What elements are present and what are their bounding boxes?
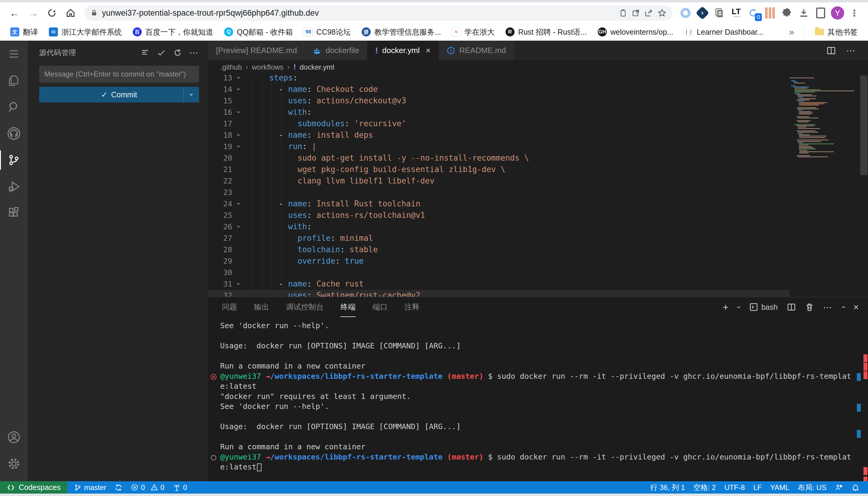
- code-line[interactable]: 25 uses: actions-rs/toolchain@v1: [208, 210, 790, 221]
- source-control-icon[interactable]: [0, 147, 28, 173]
- terminal-dropdown-chevron[interactable]: ›: [734, 306, 744, 309]
- tab-sync-icon[interactable]: 0: [746, 6, 760, 20]
- close-tab-icon[interactable]: ×: [426, 46, 431, 56]
- panel-tab-调试控制台[interactable]: 调试控制台: [286, 297, 324, 317]
- breadcrumb-item[interactable]: workflows: [252, 63, 284, 72]
- code-line[interactable]: 27 profile: minimal: [208, 232, 790, 244]
- breadcrumb-file[interactable]: docker.yml: [299, 63, 334, 72]
- extension-ring-icon[interactable]: [678, 6, 692, 20]
- split-editor-icon[interactable]: [826, 46, 836, 56]
- code-line[interactable]: 26› with:: [208, 221, 790, 232]
- other-bookmarks-folder[interactable]: 其他书签: [811, 26, 862, 38]
- commit-check-icon[interactable]: [157, 48, 166, 57]
- bookmark-zju-edu[interactable]: 浙教学管理信息服务...: [357, 26, 445, 38]
- feedback-icon[interactable]: [830, 481, 847, 494]
- editor-scrollbar[interactable]: [859, 74, 868, 297]
- code-line[interactable]: 13› steps:: [208, 74, 790, 83]
- problems-indicator[interactable]: 0 0: [127, 481, 169, 494]
- bookmarks-overflow-chevron[interactable]: »: [785, 27, 798, 37]
- notifications-bell-icon[interactable]: [847, 481, 864, 494]
- maximize-panel-chevron[interactable]: ›: [838, 306, 848, 309]
- fold-chevron-icon[interactable]: ›: [232, 200, 245, 207]
- open-in-new-icon[interactable]: [631, 9, 640, 17]
- fold-chevron-icon[interactable]: ›: [232, 74, 245, 82]
- code-line[interactable]: 15 uses: actions/checkout@v3: [208, 95, 790, 106]
- bookmark-translate[interactable]: 文翻译: [6, 26, 42, 38]
- new-terminal-icon[interactable]: +: [723, 301, 729, 313]
- address-bar[interactable]: yunwei37-potential-space-trout-rpr5qwj66…: [85, 5, 673, 21]
- accounts-icon[interactable]: [0, 424, 28, 450]
- editor-more-icon[interactable]: ⋯: [846, 45, 856, 56]
- remote-indicator[interactable]: Codespaces: [0, 481, 67, 494]
- fold-chevron-icon[interactable]: ›: [232, 223, 245, 231]
- code-line[interactable]: 28 toolchain: stable: [208, 244, 790, 255]
- encoding[interactable]: UTF-8: [720, 481, 749, 494]
- code-line[interactable]: 30: [208, 267, 790, 278]
- code-line[interactable]: 21 wget pkg-config build-essential zlib1…: [208, 164, 790, 175]
- cursor-position[interactable]: 行 36, 列 1: [646, 481, 689, 494]
- bookmark-baidu[interactable]: 百百度一下，你就知道: [129, 26, 218, 38]
- fold-chevron-icon[interactable]: ›: [232, 131, 245, 139]
- url-text[interactable]: yunwei37-potential-space-trout-rpr5qwj66…: [102, 9, 615, 18]
- forward-button[interactable]: →: [25, 5, 41, 21]
- code-line[interactable]: 17 submodules: 'recursive': [208, 118, 790, 129]
- bookmark-star-icon[interactable]: [658, 9, 667, 17]
- panel-tab-输出[interactable]: 输出: [254, 297, 269, 317]
- fold-chevron-icon[interactable]: ›: [232, 85, 245, 93]
- refresh-repo-icon[interactable]: [173, 48, 182, 57]
- fold-chevron-icon[interactable]: ›: [232, 280, 245, 288]
- code-line[interactable]: 22 clang llvm libelf1 libelf-dev: [208, 175, 790, 187]
- ports-indicator[interactable]: 0: [169, 481, 191, 494]
- shell-selector[interactable]: bash: [749, 303, 778, 312]
- code-line[interactable]: 16› with:: [208, 106, 790, 118]
- settings-gear-icon[interactable]: [0, 450, 28, 477]
- clipboard-icon[interactable]: [619, 9, 627, 17]
- fold-chevron-icon[interactable]: ›: [232, 142, 245, 150]
- sync-changes-button[interactable]: [110, 481, 127, 494]
- bookmark-zju-mail[interactable]: ✉浙江大学邮件系统: [45, 26, 126, 38]
- code-line[interactable]: 32 uses: Swatinem/rust-cache@v2: [208, 290, 790, 297]
- minimap[interactable]: [790, 74, 859, 297]
- extensions-icon[interactable]: [0, 200, 28, 226]
- languagetool-icon[interactable]: LT ~~: [729, 6, 743, 20]
- indentation[interactable]: 空格: 2: [689, 481, 720, 494]
- terminal-output[interactable]: See 'docker run --help'.Usage: docker ru…: [208, 321, 859, 478]
- code-line[interactable]: 24› - name: Install Rust toolchain: [208, 198, 790, 210]
- code-line[interactable]: 14› - name: Checkout code: [208, 83, 790, 95]
- code-line[interactable]: 29 override: true: [208, 255, 790, 267]
- panel-tab-终端[interactable]: 终端: [341, 297, 356, 317]
- close-panel-icon[interactable]: ×: [853, 301, 859, 313]
- breadcrumb[interactable]: .github›workflows› ! docker.yml: [208, 60, 868, 74]
- breadcrumb-item[interactable]: .github: [220, 63, 242, 72]
- menu-icon[interactable]: [0, 41, 28, 67]
- split-terminal-icon[interactable]: [787, 303, 796, 312]
- downloads-icon[interactable]: [797, 6, 811, 20]
- bookmark-cc98[interactable]: 98CC98论坛: [299, 26, 355, 38]
- extension-pens-icon[interactable]: [763, 6, 777, 20]
- bookmark-rust[interactable]: RRust 招聘 - Rust语...: [501, 26, 591, 38]
- extensions-puzzle-icon[interactable]: [780, 6, 794, 20]
- bookmark-xuezai[interactable]: ≡学在浙大: [448, 26, 499, 38]
- tab-dockerfile[interactable]: dockerfile: [305, 41, 367, 60]
- commit-message-input[interactable]: [39, 66, 199, 82]
- profile-avatar[interactable]: Y: [830, 6, 844, 20]
- browser-menu-icon[interactable]: ⋮: [848, 6, 862, 20]
- panel-tab-端口[interactable]: 端口: [373, 297, 388, 317]
- panel-tab-注释[interactable]: 注释: [404, 297, 420, 317]
- panel-tab-问题[interactable]: 问题: [222, 297, 237, 317]
- github-icon[interactable]: [0, 120, 28, 147]
- eol[interactable]: LF: [749, 481, 766, 494]
- code-editor[interactable]: 13› steps:14› - name: Checkout code15 us…: [208, 74, 790, 297]
- refresh-button[interactable]: [44, 5, 60, 21]
- code-line[interactable]: 31› - name: Cache rust: [208, 278, 790, 290]
- fold-chevron-icon[interactable]: ›: [232, 108, 245, 116]
- bookmark-github[interactable]: GHweloveinterns/op...: [594, 26, 677, 38]
- more-actions-icon[interactable]: ⋯: [190, 47, 199, 58]
- panel-more-icon[interactable]: ⋯: [823, 302, 833, 312]
- kill-terminal-trash-icon[interactable]: [805, 303, 814, 312]
- tab-readme.md[interactable]: README.md: [439, 41, 514, 60]
- explorer-icon[interactable]: [0, 67, 28, 94]
- keyboard-layout[interactable]: 布局: US: [793, 481, 830, 494]
- view-as-list-icon[interactable]: [140, 48, 150, 57]
- code-line[interactable]: 23: [208, 187, 790, 198]
